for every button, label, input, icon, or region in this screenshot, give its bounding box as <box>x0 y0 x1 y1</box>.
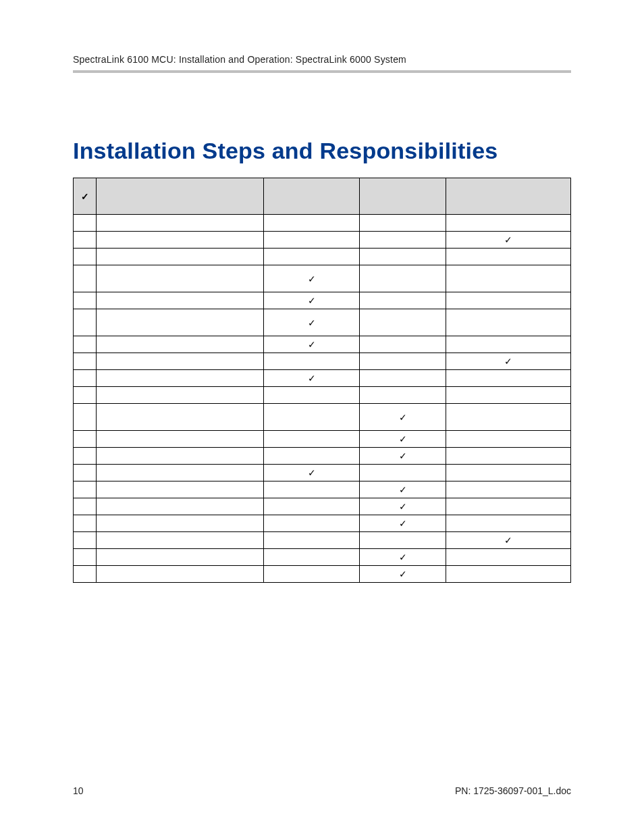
row-mark-cell <box>264 566 360 583</box>
row-desc-cell <box>97 387 264 404</box>
row-desc-cell <box>97 215 264 232</box>
row-mark-cell <box>360 353 446 370</box>
row-mark-cell <box>264 215 360 232</box>
row-desc-cell <box>97 515 264 532</box>
row-mark-cell <box>264 353 360 370</box>
check-icon: ✓ <box>399 552 407 563</box>
row-desc-cell <box>97 465 264 481</box>
check-icon: ✓ <box>504 535 512 546</box>
col-1 <box>97 178 264 215</box>
row-mark-cell: ✓ <box>264 336 360 353</box>
row-mark-cell: ✓ <box>264 309 360 336</box>
row-mark-cell <box>360 532 446 549</box>
row-mark-cell <box>360 465 446 481</box>
row-check-cell <box>74 292 97 309</box>
table-row: ✓ <box>74 292 571 309</box>
row-mark-cell <box>446 448 571 465</box>
check-icon: ✓ <box>308 295 316 306</box>
row-mark-cell: ✓ <box>360 448 446 465</box>
row-check-cell <box>74 265 97 292</box>
page-number: 10 <box>73 785 84 796</box>
row-mark-cell: ✓ <box>360 566 446 583</box>
row-desc-cell <box>97 249 264 265</box>
row-mark-cell <box>446 566 571 583</box>
row-check-cell <box>74 515 97 532</box>
check-icon: ✓ <box>308 339 316 350</box>
table-row: ✓ <box>74 336 571 353</box>
row-mark-cell <box>446 249 571 265</box>
row-mark-cell <box>360 249 446 265</box>
row-mark-cell <box>446 387 571 404</box>
row-mark-cell <box>264 232 360 249</box>
row-desc-cell <box>97 336 264 353</box>
table-row: ✓ <box>74 232 571 249</box>
part-number: PN: 1725-36097-001_L.doc <box>455 785 571 796</box>
table-row <box>74 215 571 232</box>
row-check-cell <box>74 549 97 566</box>
row-desc-cell <box>97 566 264 583</box>
col-2 <box>264 178 360 215</box>
row-mark-cell <box>360 232 446 249</box>
table-row: ✓ <box>74 465 571 481</box>
row-check-cell <box>74 498 97 515</box>
row-check-cell <box>74 370 97 387</box>
table-head: ✓ <box>74 178 571 215</box>
row-mark-cell <box>446 481 571 498</box>
row-mark-cell <box>264 549 360 566</box>
row-mark-cell <box>264 448 360 465</box>
page: SpectraLink 6100 MCU: Installation and O… <box>0 0 644 834</box>
table-header-row: ✓ <box>74 178 571 215</box>
table-row: ✓ <box>74 515 571 532</box>
check-icon: ✓ <box>504 356 512 367</box>
check-icon: ✓ <box>308 273 316 284</box>
row-check-cell <box>74 387 97 404</box>
row-mark-cell: ✓ <box>360 515 446 532</box>
row-check-cell <box>74 481 97 498</box>
row-mark-cell <box>360 265 446 292</box>
row-mark-cell: ✓ <box>446 232 571 249</box>
row-check-cell <box>74 232 97 249</box>
row-desc-cell <box>97 498 264 515</box>
page-title: Installation Steps and Responsibilities <box>73 138 571 164</box>
table-row: ✓ <box>74 549 571 566</box>
row-mark-cell <box>264 481 360 498</box>
row-mark-cell <box>446 336 571 353</box>
row-mark-cell <box>446 431 571 448</box>
check-icon: ✓ <box>399 484 407 495</box>
row-desc-cell <box>97 353 264 370</box>
table-row: ✓ <box>74 309 571 336</box>
row-mark-cell: ✓ <box>360 431 446 448</box>
row-desc-cell <box>97 532 264 549</box>
check-icon: ✓ <box>308 317 316 328</box>
table-row <box>74 249 571 265</box>
row-mark-cell <box>446 292 571 309</box>
footer: 10 PN: 1725-36097-001_L.doc <box>73 785 571 796</box>
col-check: ✓ <box>74 178 97 215</box>
row-mark-cell: ✓ <box>264 265 360 292</box>
check-icon: ✓ <box>399 450 407 461</box>
table-row: ✓ <box>74 404 571 431</box>
row-mark-cell <box>264 387 360 404</box>
row-mark-cell <box>360 215 446 232</box>
row-mark-cell <box>264 249 360 265</box>
row-desc-cell <box>97 232 264 249</box>
table-row: ✓ <box>74 481 571 498</box>
row-mark-cell <box>446 404 571 431</box>
row-check-cell <box>74 404 97 431</box>
check-icon: ✓ <box>308 467 316 478</box>
row-check-cell <box>74 448 97 465</box>
row-desc-cell <box>97 292 264 309</box>
table-row: ✓ <box>74 265 571 292</box>
row-check-cell <box>74 249 97 265</box>
row-mark-cell <box>446 515 571 532</box>
check-icon: ✓ <box>399 501 407 512</box>
row-mark-cell: ✓ <box>264 465 360 481</box>
row-mark-cell <box>360 370 446 387</box>
row-check-cell <box>74 431 97 448</box>
row-mark-cell <box>264 431 360 448</box>
row-check-cell <box>74 353 97 370</box>
check-icon: ✓ <box>81 191 89 202</box>
row-mark-cell <box>446 309 571 336</box>
row-mark-cell: ✓ <box>360 498 446 515</box>
table-row <box>74 387 571 404</box>
